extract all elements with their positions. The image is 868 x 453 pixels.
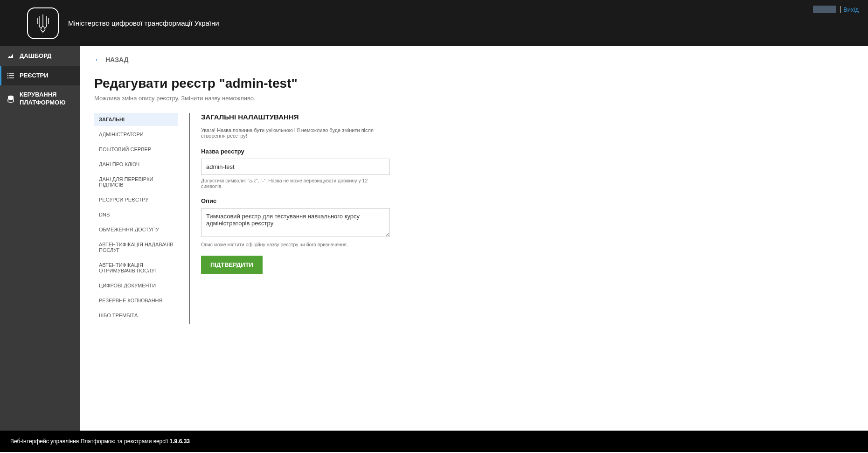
- form-warning: Увага! Назва повинна бути унікальною і ї…: [201, 127, 390, 139]
- back-link[interactable]: ← НАЗАД: [94, 56, 129, 64]
- form-column: ЗАГАЛЬНІ НАЛАШТУВАННЯ Увага! Назва повин…: [189, 113, 390, 324]
- back-label: НАЗАД: [105, 56, 129, 63]
- sidebar-item-dashboard[interactable]: ДАШБОРД: [0, 46, 80, 66]
- svg-rect-3: [9, 75, 14, 76]
- main-content: ← НАЗАД Редагувати реєстр "admin-test" М…: [80, 46, 868, 431]
- name-hint: Допустимі символи: "a-z", "-". Назва не …: [201, 178, 390, 189]
- tab-auth-providers[interactable]: АВТЕНТИФІКАЦІЯ НАДАВАЧІВ ПОСЛУГ: [94, 238, 178, 257]
- desc-textarea[interactable]: [201, 208, 390, 237]
- sidebar-item-label: ДАШБОРД: [20, 52, 51, 60]
- tab-access[interactable]: ОБМЕЖЕННЯ ДОСТУПУ: [94, 223, 178, 236]
- footer: Веб-інтерфейс управління Платформою та р…: [0, 431, 868, 452]
- desc-label: Опис: [201, 197, 390, 204]
- header: Міністерство цифрової трансформації Укра…: [0, 0, 868, 46]
- tab-dns[interactable]: DNS: [94, 208, 178, 221]
- list-icon: [7, 71, 15, 80]
- tab-admins[interactable]: АДМІНІСТРАТОРИ: [94, 128, 178, 141]
- form-heading: ЗАГАЛЬНІ НАЛАШТУВАННЯ: [201, 113, 390, 121]
- tryzub-logo: [27, 7, 59, 39]
- page-subtitle: Можлива зміна опису реєстру. Змінити наз…: [94, 95, 854, 102]
- svg-rect-5: [9, 77, 14, 78]
- tab-resources[interactable]: РЕСУРСИ РЕЄСТРУ: [94, 193, 178, 206]
- sidebar-item-registries[interactable]: РЕЄСТРИ: [0, 66, 80, 85]
- sidebar-item-label: РЕЄСТРИ: [20, 72, 49, 80]
- name-input[interactable]: [201, 159, 390, 175]
- desc-hint: Опис може містити офіційну назву реєстру…: [201, 242, 390, 247]
- tab-auth-recipients[interactable]: АВТЕНТИФІКАЦІЯ ОТРИМУВАЧІВ ПОСЛУГ: [94, 258, 178, 277]
- user-badge[interactable]: [813, 6, 836, 13]
- tab-trembita[interactable]: ШБО ТРЕМБІТА: [94, 309, 178, 322]
- sidebar: ДАШБОРД РЕЄСТРИ КЕРУВАННЯ ПЛАТФОРМОЮ: [0, 46, 80, 431]
- tab-general[interactable]: ЗАГАЛЬНІ: [94, 113, 178, 126]
- tab-mail[interactable]: ПОШТОВИЙ СЕРВЕР: [94, 143, 178, 156]
- submit-button[interactable]: ПІДТВЕРДИТИ: [201, 256, 263, 274]
- svg-point-4: [7, 77, 8, 78]
- svg-point-2: [7, 75, 8, 76]
- database-icon: [7, 95, 15, 103]
- footer-version: 1.9.6.33: [170, 438, 190, 445]
- sidebar-item-platform[interactable]: КЕРУВАННЯ ПЛАТФОРМОЮ: [0, 85, 80, 112]
- svg-point-0: [7, 73, 8, 74]
- footer-text: Веб-інтерфейс управління Платформою та р…: [10, 438, 170, 445]
- tab-signature-data[interactable]: ДАНІ ДЛЯ ПЕРЕВІРКИ ПІДПИСІВ: [94, 173, 178, 191]
- logout-link[interactable]: Вихід: [840, 6, 859, 13]
- tabs-column: ЗАГАЛЬНІ АДМІНІСТРАТОРИ ПОШТОВИЙ СЕРВЕР …: [94, 113, 178, 324]
- tab-docs[interactable]: ЦИФРОВІ ДОКУМЕНТИ: [94, 279, 178, 292]
- svg-rect-1: [9, 73, 14, 74]
- header-title: Міністерство цифрової трансформації Укра…: [68, 19, 219, 27]
- tab-backup[interactable]: РЕЗЕРВНЕ КОПІЮВАННЯ: [94, 294, 178, 307]
- chart-icon: [7, 52, 15, 60]
- tab-key-data[interactable]: ДАНІ ПРО КЛЮЧ: [94, 158, 178, 171]
- header-logo: Міністерство цифрової трансформації Укра…: [27, 7, 219, 39]
- sidebar-item-label: КЕРУВАННЯ ПЛАТФОРМОЮ: [20, 91, 74, 107]
- header-actions: Вихід: [813, 6, 859, 13]
- arrow-left-icon: ←: [94, 56, 102, 64]
- page-title: Редагувати реєстр "admin-test": [94, 76, 854, 91]
- name-label: Назва реєстру: [201, 148, 390, 155]
